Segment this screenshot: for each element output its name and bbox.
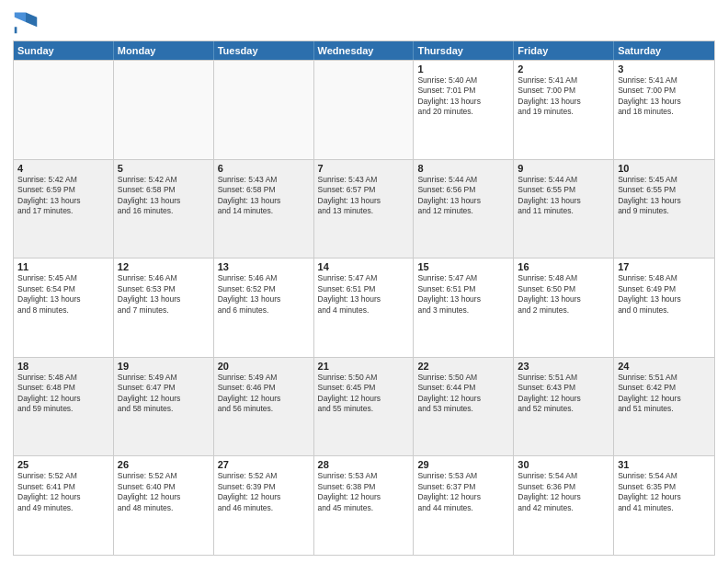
cell-text: Sunrise: 5:47 AM Sunset: 6:51 PM Dayligh… (318, 273, 410, 316)
cell-text: Sunrise: 5:50 AM Sunset: 6:45 PM Dayligh… (318, 373, 410, 415)
header (13, 9, 715, 35)
calendar-body: 1Sunrise: 5:40 AM Sunset: 7:01 PM Daylig… (14, 60, 714, 555)
day-number: 1 (417, 63, 509, 75)
cell-text: Sunrise: 5:52 AM Sunset: 6:39 PM Dayligh… (218, 471, 310, 513)
day-number: 12 (118, 261, 210, 272)
day-number: 6 (218, 163, 310, 174)
cal-cell: 3Sunrise: 5:41 AM Sunset: 7:00 PM Daylig… (614, 61, 714, 159)
cal-row-1: 4Sunrise: 5:42 AM Sunset: 6:59 PM Daylig… (14, 159, 714, 259)
day-number: 17 (618, 261, 711, 272)
day-number: 2 (518, 63, 609, 75)
day-number: 14 (318, 261, 410, 272)
cal-cell: 21Sunrise: 5:50 AM Sunset: 6:45 PM Dayli… (314, 358, 415, 456)
cal-cell: 15Sunrise: 5:47 AM Sunset: 6:51 PM Dayli… (414, 259, 514, 357)
cal-cell (214, 61, 314, 159)
cal-cell (14, 61, 114, 159)
day-number: 13 (218, 261, 310, 272)
cal-cell: 26Sunrise: 5:52 AM Sunset: 6:40 PM Dayli… (114, 456, 214, 555)
logo-icon (13, 9, 39, 35)
cal-cell: 31Sunrise: 5:54 AM Sunset: 6:35 PM Dayli… (614, 456, 714, 555)
day-number: 31 (618, 459, 711, 470)
cell-text: Sunrise: 5:49 AM Sunset: 6:47 PM Dayligh… (118, 373, 210, 415)
day-number: 5 (118, 163, 210, 174)
calendar-header: SundayMondayTuesdayWednesdayThursdayFrid… (14, 41, 714, 60)
cal-cell: 20Sunrise: 5:49 AM Sunset: 6:46 PM Dayli… (214, 358, 314, 456)
cal-cell: 22Sunrise: 5:50 AM Sunset: 6:44 PM Dayli… (414, 358, 514, 456)
cell-text: Sunrise: 5:44 AM Sunset: 6:55 PM Dayligh… (518, 175, 609, 217)
cell-text: Sunrise: 5:43 AM Sunset: 6:58 PM Dayligh… (218, 175, 310, 217)
cell-text: Sunrise: 5:45 AM Sunset: 6:55 PM Dayligh… (618, 175, 711, 217)
cal-cell: 11Sunrise: 5:45 AM Sunset: 6:54 PM Dayli… (14, 259, 114, 357)
cal-cell: 9Sunrise: 5:44 AM Sunset: 6:55 PM Daylig… (514, 160, 614, 259)
cal-cell: 16Sunrise: 5:48 AM Sunset: 6:50 PM Dayli… (514, 259, 614, 357)
day-number: 22 (417, 361, 509, 372)
cell-text: Sunrise: 5:51 AM Sunset: 6:42 PM Dayligh… (618, 373, 711, 415)
page: SundayMondayTuesdayWednesdayThursdayFrid… (0, 0, 728, 563)
cal-cell: 10Sunrise: 5:45 AM Sunset: 6:55 PM Dayli… (614, 160, 714, 259)
cell-text: Sunrise: 5:54 AM Sunset: 6:36 PM Dayligh… (518, 471, 609, 513)
cal-cell: 17Sunrise: 5:48 AM Sunset: 6:49 PM Dayli… (614, 259, 714, 357)
logo (13, 9, 42, 35)
day-number: 26 (118, 459, 210, 470)
cal-cell: 6Sunrise: 5:43 AM Sunset: 6:58 PM Daylig… (214, 160, 314, 259)
day-number: 10 (618, 163, 711, 174)
day-number: 27 (218, 459, 310, 470)
cal-cell: 2Sunrise: 5:41 AM Sunset: 7:00 PM Daylig… (514, 61, 614, 159)
calendar: SundayMondayTuesdayWednesdayThursdayFrid… (13, 40, 715, 556)
day-number: 8 (417, 163, 509, 174)
day-number: 3 (618, 63, 711, 75)
cell-text: Sunrise: 5:48 AM Sunset: 6:48 PM Dayligh… (17, 373, 109, 415)
cell-text: Sunrise: 5:46 AM Sunset: 6:52 PM Dayligh… (218, 273, 310, 316)
cell-text: Sunrise: 5:45 AM Sunset: 6:54 PM Dayligh… (17, 273, 109, 316)
cal-cell: 23Sunrise: 5:51 AM Sunset: 6:43 PM Dayli… (514, 358, 614, 456)
day-number: 7 (318, 163, 410, 174)
cal-cell: 14Sunrise: 5:47 AM Sunset: 6:51 PM Dayli… (314, 259, 415, 357)
cal-cell: 30Sunrise: 5:54 AM Sunset: 6:36 PM Dayli… (514, 456, 614, 555)
day-number: 28 (318, 459, 410, 470)
cal-row-3: 18Sunrise: 5:48 AM Sunset: 6:48 PM Dayli… (14, 357, 714, 456)
cal-cell (114, 61, 214, 159)
cal-cell: 24Sunrise: 5:51 AM Sunset: 6:42 PM Dayli… (614, 358, 714, 456)
svg-rect-3 (15, 27, 17, 33)
day-number: 18 (17, 361, 109, 372)
cell-text: Sunrise: 5:54 AM Sunset: 6:35 PM Dayligh… (618, 471, 711, 513)
weekday-header-monday: Monday (114, 41, 214, 60)
day-number: 15 (417, 261, 509, 272)
cell-text: Sunrise: 5:48 AM Sunset: 6:50 PM Dayligh… (518, 273, 609, 316)
day-number: 25 (17, 459, 109, 470)
day-number: 29 (417, 459, 509, 470)
cal-cell: 5Sunrise: 5:42 AM Sunset: 6:58 PM Daylig… (114, 160, 214, 259)
cal-row-0: 1Sunrise: 5:40 AM Sunset: 7:01 PM Daylig… (14, 60, 714, 159)
day-number: 9 (518, 163, 609, 174)
day-number: 23 (518, 361, 609, 372)
cal-cell: 8Sunrise: 5:44 AM Sunset: 6:56 PM Daylig… (414, 160, 514, 259)
day-number: 11 (17, 261, 109, 272)
cal-row-2: 11Sunrise: 5:45 AM Sunset: 6:54 PM Dayli… (14, 258, 714, 357)
cell-text: Sunrise: 5:42 AM Sunset: 6:59 PM Dayligh… (17, 175, 109, 217)
cal-cell: 4Sunrise: 5:42 AM Sunset: 6:59 PM Daylig… (14, 160, 114, 259)
weekday-header-saturday: Saturday (614, 41, 714, 60)
cell-text: Sunrise: 5:42 AM Sunset: 6:58 PM Dayligh… (118, 175, 210, 217)
cal-row-4: 25Sunrise: 5:52 AM Sunset: 6:41 PM Dayli… (14, 455, 714, 555)
cal-cell: 12Sunrise: 5:46 AM Sunset: 6:53 PM Dayli… (114, 259, 214, 357)
day-number: 16 (518, 261, 609, 272)
cell-text: Sunrise: 5:49 AM Sunset: 6:46 PM Dayligh… (218, 373, 310, 415)
cell-text: Sunrise: 5:43 AM Sunset: 6:57 PM Dayligh… (318, 175, 410, 217)
cal-cell: 13Sunrise: 5:46 AM Sunset: 6:52 PM Dayli… (214, 259, 314, 357)
weekday-header-friday: Friday (514, 41, 614, 60)
day-number: 21 (318, 361, 410, 372)
cell-text: Sunrise: 5:52 AM Sunset: 6:41 PM Dayligh… (17, 471, 109, 513)
cell-text: Sunrise: 5:52 AM Sunset: 6:40 PM Dayligh… (118, 471, 210, 513)
weekday-header-wednesday: Wednesday (314, 41, 415, 60)
cal-cell: 1Sunrise: 5:40 AM Sunset: 7:01 PM Daylig… (414, 61, 514, 159)
cal-cell: 7Sunrise: 5:43 AM Sunset: 6:57 PM Daylig… (314, 160, 415, 259)
cell-text: Sunrise: 5:53 AM Sunset: 6:37 PM Dayligh… (417, 471, 509, 513)
cell-text: Sunrise: 5:50 AM Sunset: 6:44 PM Dayligh… (417, 373, 509, 415)
day-number: 30 (518, 459, 609, 470)
cal-cell (314, 61, 415, 159)
day-number: 4 (17, 163, 109, 174)
cell-text: Sunrise: 5:40 AM Sunset: 7:01 PM Dayligh… (417, 75, 509, 118)
cell-text: Sunrise: 5:53 AM Sunset: 6:38 PM Dayligh… (318, 471, 410, 513)
day-number: 19 (118, 361, 210, 372)
cell-text: Sunrise: 5:44 AM Sunset: 6:56 PM Dayligh… (417, 175, 509, 217)
